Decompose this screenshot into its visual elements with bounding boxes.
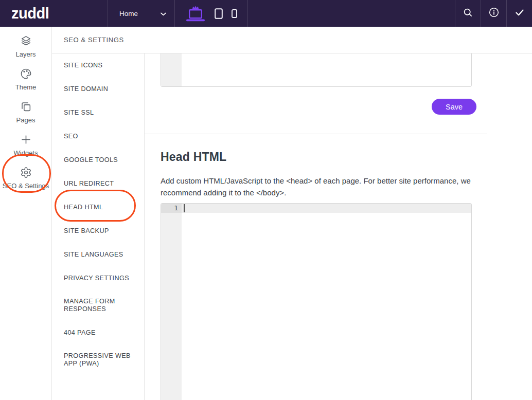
sidebar-item-seo-settings[interactable]: SEO & Settings — [0, 161, 51, 194]
sidebar-item-label: Pages — [16, 116, 36, 124]
search-button[interactable] — [455, 0, 481, 27]
gear-icon — [20, 167, 32, 178]
nav-item-head-html[interactable]: HEAD HTML — [52, 195, 144, 219]
active-line-highlight — [161, 204, 471, 213]
save-button[interactable]: Save — [432, 99, 476, 115]
nav-item-manage-form-responses[interactable]: MANAGE FORM RESPONSES — [52, 290, 144, 321]
topbar: zuddl Home — [0, 0, 532, 27]
sidebar-item-pages[interactable]: Pages — [0, 96, 51, 129]
settings-main-panel: Save Head HTML Add custom HTML/JavaScrip… — [145, 53, 532, 400]
nav-item-url-redirect[interactable]: URL REDIRECT — [52, 172, 144, 195]
settings-nav: SITE ICONS SITE DOMAIN SITE SSL SEO GOOG… — [52, 53, 145, 400]
description-line: recommend adding it to the </body>. — [161, 187, 471, 198]
nav-item-site-backup[interactable]: SITE BACKUP — [52, 219, 144, 243]
nav-item-site-icons[interactable]: SITE ICONS — [52, 53, 144, 77]
nav-item-site-ssl[interactable]: SITE SSL — [52, 101, 144, 124]
content-area: SEO & SETTINGS SITE ICONS SITE DOMAIN SI… — [52, 27, 532, 400]
nav-item-404-page[interactable]: 404 PAGE — [52, 321, 144, 344]
info-button[interactable] — [481, 0, 506, 27]
page-dropdown[interactable]: Home — [108, 0, 175, 27]
sidebar-item-label: Widgets — [14, 149, 38, 157]
section-divider — [145, 134, 487, 134]
pages-icon — [20, 101, 32, 113]
sidebar-item-label: Layers — [15, 50, 36, 58]
nav-item-seo[interactable]: SEO — [52, 124, 144, 148]
palette-icon — [20, 68, 32, 80]
section-description: Add custom HTML/JavaScript to the <head>… — [161, 175, 471, 198]
nav-item-google-tools[interactable]: GOOGLE TOOLS — [52, 148, 144, 172]
description-line: Add custom HTML/JavaScript to the <head>… — [161, 175, 471, 187]
head-html-code-editor[interactable]: 1 — [161, 203, 472, 400]
confirm-button[interactable] — [506, 0, 532, 27]
editor-gutter — [161, 204, 182, 400]
sidebar-item-theme[interactable]: Theme — [0, 63, 51, 96]
sidebar: Layers Theme Pages — [0, 27, 52, 400]
text-cursor — [184, 204, 185, 212]
info-icon — [489, 7, 499, 20]
phone-icon[interactable] — [232, 9, 237, 18]
sidebar-item-layers[interactable]: Layers — [0, 30, 51, 63]
section-breadcrumb: SEO & SETTINGS — [64, 36, 124, 44]
search-icon — [463, 8, 473, 20]
sidebar-item-widgets[interactable]: Widgets — [0, 129, 51, 161]
topbar-spacer — [248, 0, 455, 27]
nav-item-site-domain[interactable]: SITE DOMAIN — [52, 77, 144, 101]
laptop-crown-icon[interactable] — [185, 5, 206, 22]
previous-section-code-editor[interactable] — [161, 53, 472, 87]
line-number: 1 — [161, 204, 178, 212]
sidebar-item-label: Theme — [15, 83, 36, 91]
nav-item-site-languages[interactable]: SITE LANGUAGES — [52, 243, 144, 266]
check-icon — [515, 7, 525, 20]
zuddl-logo: zuddl — [0, 0, 108, 27]
page-title: Head HTML — [161, 150, 226, 164]
layers-icon — [20, 35, 32, 47]
nav-item-progressive-web-app[interactable]: PROGRESSIVE WEB APP (PWA) — [52, 344, 144, 375]
page-dropdown-label: Home — [119, 10, 138, 17]
nav-item-privacy-settings[interactable]: PRIVACY SETTINGS — [52, 266, 144, 290]
app-body: Layers Theme Pages — [0, 27, 532, 400]
content-header: SEO & SETTINGS — [52, 27, 532, 53]
sidebar-item-label: SEO & Settings — [3, 182, 49, 190]
plus-icon — [20, 134, 32, 146]
editor-gutter — [161, 53, 182, 86]
chevron-down-icon — [161, 10, 166, 17]
device-preview-toggles — [175, 0, 248, 27]
tablet-icon[interactable] — [215, 8, 223, 19]
content-body: SITE ICONS SITE DOMAIN SITE SSL SEO GOOG… — [52, 53, 532, 400]
